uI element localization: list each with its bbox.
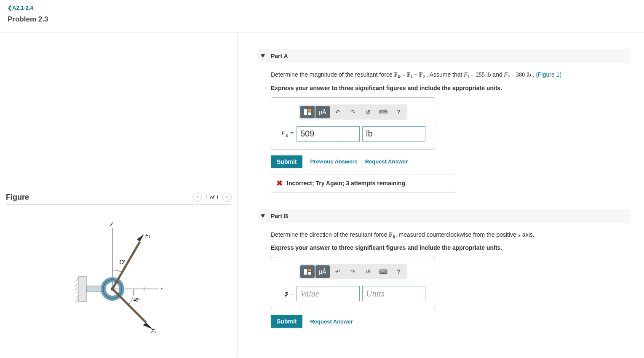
problem-title: Problem 2.3: [8, 15, 636, 24]
part-a-value-input[interactable]: [297, 126, 360, 142]
reset-button[interactable]: ↺: [361, 265, 375, 278]
incorrect-icon: ✖: [276, 179, 283, 188]
part-b-header[interactable]: Part B: [258, 209, 631, 223]
figure-pager: ‹ 1 of 1 ›: [192, 192, 232, 202]
svg-line-3: [75, 278, 79, 281]
svg-line-4: [75, 283, 79, 286]
svg-rect-19: [308, 109, 311, 112]
svg-rect-20: [308, 112, 311, 115]
part-b-answer-box: µÅ ↶ ↷ ↺ ⌨ ? ϕ =: [271, 257, 435, 309]
svg-marker-14: [137, 234, 144, 242]
content: Figure ‹ 1 of 1 › y x: [0, 32, 644, 357]
units-button[interactable]: µÅ: [315, 106, 330, 118]
templates-button[interactable]: [300, 265, 315, 278]
undo-button[interactable]: ↶: [331, 265, 345, 278]
part-a-answer-box: µÅ ↶ ↷ ↺ ⌨ ? FR =: [271, 97, 435, 150]
part-b-submit-button[interactable]: Submit: [271, 315, 302, 328]
back-link[interactable]: ❮A2.1-2.4: [8, 5, 33, 11]
part-a: Part A Determine the magnitude of the re…: [258, 49, 631, 192]
svg-rect-23: [308, 272, 311, 275]
units-button[interactable]: µÅ: [315, 265, 330, 278]
redo-button[interactable]: ↷: [346, 106, 360, 118]
part-b-toolbar: µÅ ↶ ↷ ↺ ⌨ ?: [299, 264, 407, 279]
part-a-var-label: FR =: [278, 130, 294, 138]
y-axis-label: y: [110, 221, 113, 226]
part-b-prompt: Determine the direction of the resultant…: [271, 230, 631, 240]
part-a-toolbar: µÅ ↶ ↷ ↺ ⌨ ?: [299, 104, 407, 120]
svg-line-7: [75, 295, 79, 298]
svg-rect-22: [308, 269, 311, 271]
svg-line-8: [75, 299, 79, 302]
keyboard-button[interactable]: ⌨: [376, 265, 390, 278]
f2-label: F₂: [151, 329, 157, 334]
back-link-text: A2.1-2.4: [12, 5, 33, 11]
part-a-prompt: Determine the magnitude of the resultant…: [271, 70, 631, 80]
part-b-request-answer-link[interactable]: Request Answer: [310, 318, 353, 325]
pager-text: 1 of 1: [205, 194, 219, 200]
figure-header: Figure ‹ 1 of 1 ›: [6, 192, 232, 205]
caret-down-icon: [261, 54, 265, 58]
templates-button[interactable]: [300, 106, 315, 118]
angle2-label: 45°: [134, 298, 140, 302]
pager-prev-button[interactable]: ‹: [192, 192, 202, 202]
part-a-feedback: ✖ Incorrect; Try Again; 3 attempts remai…: [271, 174, 456, 192]
help-button[interactable]: ?: [391, 106, 406, 118]
part-a-header[interactable]: Part A: [258, 49, 631, 63]
part-a-units-input[interactable]: [362, 126, 425, 142]
pager-next-button[interactable]: ›: [222, 192, 232, 202]
figure-title: Figure: [6, 193, 29, 202]
part-b-title: Part B: [271, 213, 288, 219]
part-a-actions: Submit Previous Answers Request Answer: [271, 155, 631, 168]
angle1-label: 30°: [119, 260, 126, 264]
svg-line-13: [112, 242, 140, 289]
keyboard-button[interactable]: ⌨: [376, 106, 390, 118]
figure-diagram: y x F₁ 30: [70, 217, 167, 335]
redo-button[interactable]: ↷: [346, 265, 360, 278]
svg-line-6: [75, 291, 79, 294]
part-a-instruction: Express your answer to three significant…: [271, 85, 631, 91]
part-a-submit-button[interactable]: Submit: [271, 155, 302, 168]
svg-rect-21: [304, 269, 307, 275]
help-button[interactable]: ?: [391, 265, 406, 278]
svg-rect-18: [304, 109, 307, 115]
figure-link[interactable]: (Figure 1): [536, 71, 561, 78]
f1-label: F₁: [145, 233, 150, 239]
part-a-title: Part A: [271, 53, 288, 59]
svg-line-15: [112, 289, 146, 323]
part-b-value-input[interactable]: [297, 286, 360, 301]
part-b-units-input[interactable]: [362, 286, 425, 301]
svg-line-5: [75, 287, 79, 290]
part-b-instruction: Express your answer to three significant…: [271, 244, 631, 251]
part-b-var-label: ϕ =: [278, 290, 294, 297]
part-b: Part B Determine the direction of the re…: [258, 209, 631, 328]
undo-button[interactable]: ↶: [331, 106, 345, 118]
reset-button[interactable]: ↺: [361, 106, 375, 118]
figure-column: Figure ‹ 1 of 1 › y x: [0, 32, 238, 357]
part-b-actions: Submit Request Answer: [271, 315, 631, 328]
part-a-previous-answers-link[interactable]: Previous Answers: [310, 158, 357, 165]
part-a-feedback-text: Incorrect; Try Again; 3 attempts remaini…: [287, 180, 405, 187]
answer-column: Part A Determine the magnitude of the re…: [238, 32, 644, 357]
svg-rect-2: [79, 276, 86, 302]
x-axis-label: x: [160, 286, 163, 291]
caret-down-icon: [261, 214, 265, 218]
page-header: ❮A2.1-2.4 Problem 2.3: [0, 0, 644, 27]
part-a-request-answer-link[interactable]: Request Answer: [365, 158, 408, 165]
